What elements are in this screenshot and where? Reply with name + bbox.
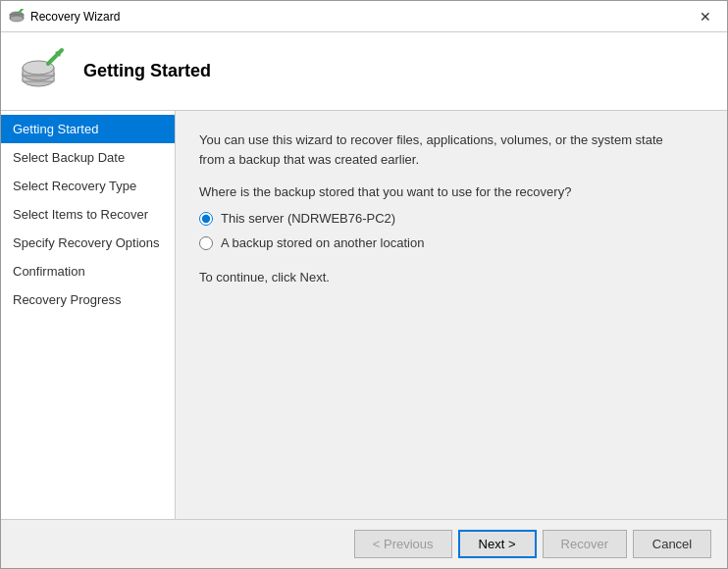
sidebar-item-getting-started[interactable]: Getting Started [1,115,175,143]
sidebar-item-select-items-to-recover[interactable]: Select Items to Recover [1,200,175,229]
sidebar: Getting Started Select Backup Date Selec… [1,111,176,519]
radio-group-backup-location: This server (NDRWEB76-PC2) A backup stor… [199,211,703,250]
cancel-button[interactable]: Cancel [633,530,711,558]
title-bar-left: Recovery Wizard [9,9,120,25]
sidebar-item-select-backup-date[interactable]: Select Backup Date [1,143,175,172]
svg-point-2 [10,16,24,22]
radio-option-another-location[interactable]: A backup stored on another location [199,235,703,250]
main-area: Getting Started Select Backup Date Selec… [1,111,727,519]
title-bar-text: Recovery Wizard [30,10,120,24]
recovery-wizard-window: Recovery Wizard ✕ Getting Started Gett [0,0,728,569]
content-panel: You can use this wizard to recover files… [176,111,727,519]
radio-another-location[interactable] [199,236,213,250]
radio-this-server[interactable] [199,212,213,226]
backup-location-question: Where is the backup stored that you want… [199,184,703,199]
title-bar: Recovery Wizard ✕ [1,1,727,32]
sidebar-item-specify-recovery-options[interactable]: Specify Recovery Options [1,229,175,257]
close-button[interactable]: ✕ [692,7,719,26]
header-area: Getting Started [1,32,727,111]
wizard-icon [17,46,68,97]
description-line1: You can use this wizard to recover files… [199,130,703,169]
wizard-icon-svg [17,46,68,97]
radio-this-server-label: This server (NDRWEB76-PC2) [221,211,395,226]
sidebar-item-confirmation[interactable]: Confirmation [1,257,175,285]
previous-button[interactable]: < Previous [354,530,452,558]
continue-text: To continue, click Next. [199,270,703,284]
sidebar-item-recovery-progress[interactable]: Recovery Progress [1,285,175,314]
next-button[interactable]: Next > [458,530,537,558]
radio-another-location-label: A backup stored on another location [221,235,424,250]
title-bar-icon [9,9,25,25]
footer: < Previous Next > Recover Cancel [1,519,727,568]
header-title: Getting Started [83,61,211,81]
radio-option-this-server[interactable]: This server (NDRWEB76-PC2) [199,211,703,226]
sidebar-item-select-recovery-type[interactable]: Select Recovery Type [1,172,175,200]
recover-button[interactable]: Recover [543,530,627,558]
